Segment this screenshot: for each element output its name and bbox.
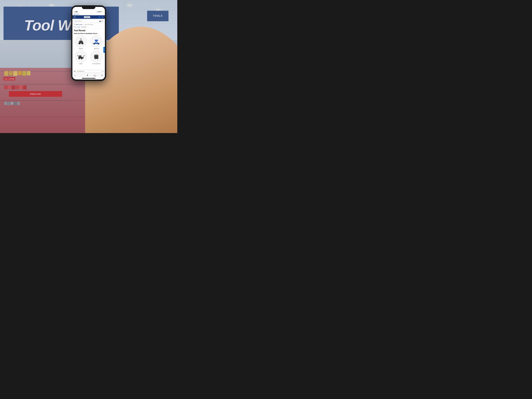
svg-line-35 [83, 56, 84, 57]
svg-rect-10 [79, 41, 82, 42]
phone-notch [82, 5, 95, 9]
back-label: Lowe's [76, 13, 79, 15]
browser-aa-label[interactable]: AA [74, 71, 76, 72]
search-right-icons: 📷 ⊞ [99, 20, 103, 22]
tools-sign: TOOLS [147, 11, 168, 21]
aerators-card-circle [75, 35, 87, 48]
breadcrumb-sep-2: / [80, 26, 81, 28]
compressors-card-circle [90, 50, 102, 63]
augers-label: Augers [79, 63, 82, 64]
chat-now-button[interactable]: Chat Now [103, 47, 105, 53]
compressors-icon [92, 53, 101, 60]
breadcrumb-current: Tool Rental [81, 26, 86, 28]
hamburger-menu-icon[interactable] [74, 17, 76, 18]
phone-device: 3:38 ▲ WiFi 🔋 ◀ Lowe's LOWE'S 👤 🛒 [71, 5, 106, 81]
sale-banner-text: lowes.com [30, 93, 41, 95]
bookmarks-icon[interactable]: 📖 [94, 74, 96, 77]
breadcrumb-shop[interactable]: Shop [77, 26, 80, 28]
section-title: Tools for Rent at Available Stores [74, 33, 103, 34]
aerators-icon [77, 38, 85, 45]
tool-card-augers[interactable]: Augers [74, 50, 88, 64]
sale-banner: lowes.com [9, 91, 62, 97]
tools-grid: Aerators [74, 35, 103, 64]
full-lifetime-text: FULL LIFETIME [4, 78, 14, 80]
share-icon[interactable]: ⬆ [87, 74, 88, 77]
svg-rect-49 [94, 56, 95, 57]
search-bar-container: 🔍 Search 📷 ⊞ [72, 19, 105, 23]
svg-point-21 [98, 44, 99, 45]
back-nav[interactable]: ◀ Lowe's [72, 13, 105, 15]
refresh-icon[interactable]: ↻ [102, 71, 103, 72]
bottom-nav: ‹ › ⬆ 📖 ⧉ [72, 73, 105, 77]
svg-point-20 [94, 44, 95, 45]
tool-card-compressors[interactable]: Air Compressors [89, 50, 103, 64]
svg-rect-47 [95, 58, 95, 59]
breadcrumb-home[interactable]: Home [74, 26, 76, 28]
tabs-icon[interactable]: ⧉ [101, 74, 103, 76]
back-arrow: ◀ [74, 13, 75, 15]
store-name-text: Boise Lowe's [76, 24, 83, 25]
home-indicator [82, 78, 95, 79]
svg-point-39 [81, 58, 82, 59]
search-input-row[interactable]: 🔍 Search 📷 ⊞ [74, 19, 104, 22]
tool-card-aerial-lifts[interactable]: Aerial Lifts [89, 35, 103, 49]
barcode-icon[interactable]: ⊞ [101, 20, 103, 22]
location-pin-icon: 📍 [74, 24, 75, 25]
lock-icon: 🔒 [77, 71, 79, 72]
forward-browser-icon[interactable]: › [81, 74, 82, 77]
svg-rect-30 [93, 43, 94, 44]
status-icons: ▲ WiFi 🔋 [97, 11, 103, 13]
page-title: Tool Rental [74, 29, 103, 32]
svg-rect-32 [79, 56, 82, 57]
augers-icon [77, 53, 85, 60]
svg-line-36 [77, 55, 78, 56]
lowes-logo[interactable]: LOWE'S [84, 16, 90, 18]
lowes-header: LOWE'S 👤 🛒 [72, 15, 105, 19]
svg-rect-29 [95, 39, 98, 40]
store-hours-text: Open until 10 PM [85, 24, 93, 25]
full-lifetime-label: FULL LIFETIME [4, 77, 15, 80]
battery-icon: 🔋 [101, 11, 103, 13]
status-time: 3:38 [75, 11, 77, 13]
svg-point-11 [79, 43, 80, 44]
svg-rect-48 [97, 58, 98, 59]
wifi-icon: WiFi [98, 11, 101, 13]
augers-card-circle [75, 50, 87, 63]
page-content: Chat Now Tool Rental Tools for Rent at A… [72, 28, 105, 70]
tool-card-aerators[interactable]: Aerators [74, 35, 88, 49]
browser-url-row[interactable]: 🔒 lowes.com [76, 70, 102, 72]
search-icon: 🔍 [75, 20, 76, 22]
tools-sign-text: TOOLS [153, 14, 163, 17]
svg-rect-44 [95, 56, 98, 57]
hamburger-line-3 [74, 18, 76, 18]
cart-icon[interactable]: 🛒 [101, 16, 103, 18]
camera-icon[interactable]: 📷 [99, 20, 101, 22]
hamburger-line-2 [74, 17, 76, 17]
breadcrumb: Home / Shop / Tool Rental [72, 26, 105, 28]
breadcrumb-sep-1: / [77, 26, 77, 28]
back-browser-icon[interactable]: ‹ [75, 74, 76, 77]
aerial-lifts-icon [92, 38, 101, 45]
browser-bar: AA 🔒 lowes.com ↻ [72, 70, 105, 73]
aerial-lifts-label: Aerial Lifts [94, 48, 99, 49]
aerial-lifts-card-circle [90, 35, 102, 48]
header-icons: 👤 🛒 [98, 16, 103, 18]
browser-url-text[interactable]: lowes.com [79, 71, 84, 72]
phone-screen: 3:38 ▲ WiFi 🔋 ◀ Lowe's LOWE'S 👤 🛒 [72, 7, 105, 79]
svg-rect-26 [95, 40, 98, 41]
search-placeholder-text[interactable]: Search [77, 20, 98, 22]
location-chevron-icon: › [83, 24, 84, 25]
location-bar[interactable]: 📍 Boise Lowe's › Open until 10 PM [72, 23, 105, 26]
signal-icon: ▲ [97, 11, 98, 13]
svg-point-38 [78, 58, 80, 59]
account-icon[interactable]: 👤 [98, 16, 101, 18]
hamburger-line-1 [74, 17, 76, 17]
compressors-label: Air Compressors [92, 63, 101, 64]
svg-point-46 [98, 55, 98, 56]
aerators-label: Aerators [79, 48, 83, 49]
